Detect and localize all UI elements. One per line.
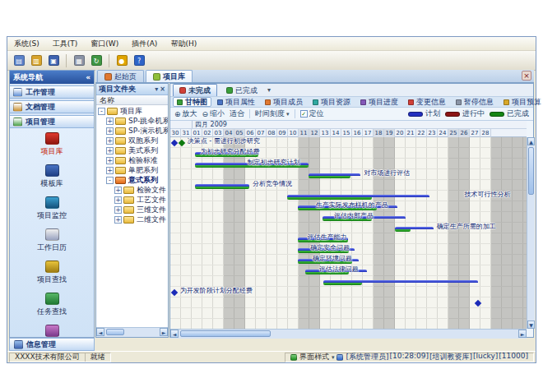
- tree-node[interactable]: +SP-演示机系: [96, 126, 168, 136]
- tree-node[interactable]: +工艺文件: [96, 195, 168, 205]
- tree-node[interactable]: +检验标准: [96, 155, 168, 165]
- menu-item[interactable]: 系统(S): [7, 37, 46, 51]
- sidebar-item-task-search[interactable]: 任务查找: [10, 288, 94, 321]
- gantt-bar[interactable]: [323, 280, 479, 286]
- tree-node[interactable]: -项目库: [96, 106, 168, 116]
- tree-node[interactable]: +双胞系列: [96, 136, 168, 145]
- subtab-gantt[interactable]: 甘特图: [173, 97, 211, 107]
- gantt-bar[interactable]: [287, 195, 429, 201]
- gantt-bar[interactable]: [195, 184, 249, 190]
- milestone-diamond[interactable]: [179, 140, 185, 146]
- subtab-properties[interactable]: 项目属性: [213, 97, 259, 107]
- refresh-button[interactable]: ↻: [89, 53, 104, 68]
- milestone-diamond[interactable]: [474, 300, 480, 307]
- tree-node[interactable]: +单肥系列: [96, 165, 168, 175]
- view-subtabs: 甘特图项目属性项目成员项目资源项目进度变更信息暂停信息项目预算: [170, 97, 533, 108]
- save-button[interactable]: ▣: [46, 53, 61, 68]
- zoom-in-button[interactable]: ⊕ 放大: [174, 108, 197, 119]
- menu-item[interactable]: 插件(A): [125, 37, 164, 51]
- nav-bottom-tab-info-management[interactable]: 信息管理: [9, 338, 95, 351]
- close-tab-icon[interactable]: ×: [522, 71, 531, 81]
- help-button[interactable]: ?: [132, 53, 146, 68]
- tree-node[interactable]: +美式系列: [96, 145, 168, 155]
- gantt-vertical-scrollbar[interactable]: ▲ ▼: [527, 137, 535, 329]
- scroll-left-icon[interactable]: ◄: [96, 328, 104, 336]
- milestone-diamond[interactable]: [171, 140, 178, 146]
- tree-expander-icon[interactable]: +: [114, 196, 122, 204]
- collapse-icon[interactable]: «: [86, 73, 90, 81]
- nav-group-project-management[interactable]: 项目管理: [10, 115, 94, 128]
- task-label: 确定安全问题: [310, 244, 350, 251]
- gantt-bar[interactable]: [309, 173, 361, 179]
- subtab-budget[interactable]: 项目预算: [499, 97, 543, 107]
- tree-node[interactable]: +检验文件: [96, 185, 168, 195]
- tree-close-icon[interactable]: ×: [160, 85, 165, 93]
- scroll-up-icon[interactable]: ▲: [527, 137, 535, 145]
- scroll-thumb[interactable]: [528, 147, 534, 195]
- filter-finished[interactable]: 已完成: [220, 84, 264, 96]
- tree-expander-icon[interactable]: +: [106, 127, 114, 135]
- nav-group-work-management[interactable]: 工作管理: [10, 85, 94, 99]
- subtab-resources[interactable]: 项目资源: [309, 97, 355, 107]
- tree-expander-icon[interactable]: +: [106, 147, 114, 154]
- tree-expander-icon[interactable]: +: [114, 206, 122, 214]
- sidebar-item-template-library[interactable]: 模板库: [10, 160, 94, 192]
- tree-node[interactable]: +三维文件: [96, 205, 168, 214]
- time-scale-dropdown[interactable]: 时间刻度 ▾: [255, 108, 290, 119]
- subtab-progress[interactable]: 项目进度: [356, 97, 402, 107]
- milestone-diamond[interactable]: [171, 289, 178, 296]
- lock-button[interactable]: ●: [114, 53, 129, 68]
- gantt-day-header: 3031010203040506070809101112131415161718…: [170, 129, 527, 137]
- filter-unfinished[interactable]: 未完成: [173, 84, 217, 96]
- ui-style-label[interactable]: 界面样式: [299, 352, 329, 362]
- menu-item[interactable]: 工具(T): [46, 37, 85, 51]
- scroll-right-icon[interactable]: ►: [518, 330, 527, 338]
- gantt-horizontal-scrollbar[interactable]: ◄ ►: [170, 329, 527, 339]
- gantt-grid[interactable]: 决策点 - 需进行初步研究为初步研究分配经费制定初步研究计划对市场进行评估分析竞…: [170, 137, 527, 329]
- open-button[interactable]: ▥: [29, 53, 44, 68]
- menu-item[interactable]: 窗口(W): [84, 37, 125, 51]
- print-button[interactable]: ▦: [72, 53, 86, 68]
- tree-expander-icon[interactable]: +: [114, 187, 122, 194]
- tree-expander-icon[interactable]: +: [106, 167, 114, 174]
- tree-expander-icon[interactable]: +: [106, 137, 114, 145]
- zoom-out-button[interactable]: ⊖ 缩小: [202, 108, 225, 119]
- tree-dropdown-icon[interactable]: ▾: [155, 85, 158, 93]
- tree-node[interactable]: -意式系列: [96, 175, 168, 185]
- filter-more-icon[interactable]: ▾: [267, 86, 271, 94]
- tree-expander-icon[interactable]: +: [106, 157, 114, 164]
- sidebar-item-project-monitor[interactable]: 项目监控: [10, 192, 94, 224]
- new-button[interactable]: ▤: [12, 53, 26, 68]
- scroll-left-icon[interactable]: ◄: [170, 330, 179, 338]
- locate-checkbox[interactable]: ✓ 定位: [300, 108, 324, 119]
- sidebar-item-project-doc-search[interactable]: 项目文档查找: [10, 321, 94, 337]
- nav-group-document-management[interactable]: 文档管理: [10, 100, 94, 113]
- subtab-changes[interactable]: 变更信息: [404, 97, 450, 107]
- tree-node[interactable]: +SP-跳伞机系: [96, 116, 168, 126]
- tree-horizontal-scrollbar[interactable]: ◄ ►: [96, 327, 168, 337]
- folder-icon: [115, 137, 126, 145]
- fit-button[interactable]: 适合: [230, 108, 244, 119]
- status-badge: [系统管理员]: [346, 352, 388, 362]
- tree-expander-icon[interactable]: -: [98, 108, 105, 115]
- scroll-down-icon[interactable]: ▼: [527, 321, 535, 329]
- menu-item[interactable]: 帮助(H): [164, 37, 203, 51]
- scroll-thumb[interactable]: [180, 330, 271, 337]
- subtab-pauses[interactable]: 暂停信息: [452, 97, 498, 107]
- tree-node[interactable]: +二维文件: [96, 214, 168, 224]
- sidebar-item-work-calendar[interactable]: 工作日历: [10, 224, 94, 256]
- toolbar-separator: [109, 54, 109, 67]
- sidebar-item-project-search[interactable]: 项目查找: [10, 256, 94, 288]
- nav-groups: 工作管理文档管理项目管理: [10, 85, 94, 128]
- tree-expander-icon[interactable]: -: [106, 177, 114, 184]
- tab-start-page[interactable]: 起始页: [97, 70, 144, 82]
- scroll-thumb[interactable]: [106, 329, 124, 335]
- tree-expander-icon[interactable]: +: [114, 216, 122, 224]
- tab-project-library[interactable]: 项目库: [146, 70, 193, 82]
- tree-expander-icon[interactable]: +: [106, 118, 114, 125]
- subtab-members[interactable]: 项目成员: [261, 97, 307, 107]
- scroll-right-icon[interactable]: ►: [160, 328, 168, 336]
- chevron-down-icon[interactable]: ▾: [332, 354, 335, 361]
- gantt-bar[interactable]: [395, 227, 434, 233]
- sidebar-item-project-library[interactable]: 项目库: [10, 128, 94, 160]
